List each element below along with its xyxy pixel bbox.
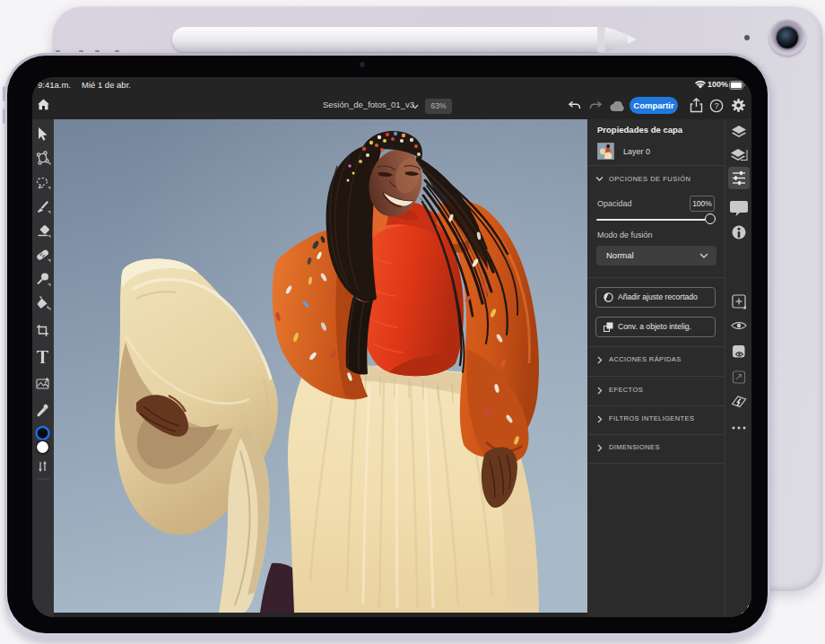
svg-text:?: ? [714,101,718,110]
